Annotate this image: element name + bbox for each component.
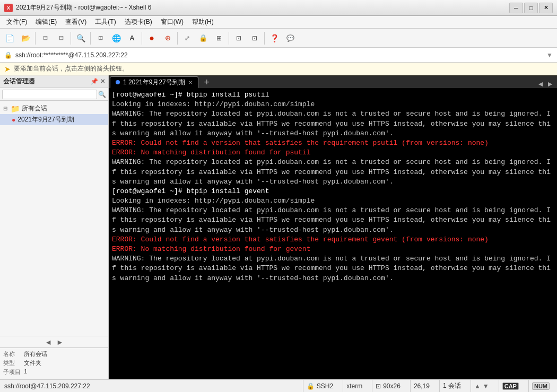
search-button[interactable]: 🔍 [73, 31, 88, 46]
hint-icon: ➤ [4, 65, 11, 73]
toolbar-btn-4[interactable]: ⊟ [54, 31, 68, 46]
size-icon: ⊡ [376, 382, 381, 390]
help-button[interactable]: ❓ [267, 31, 282, 46]
toolbar-separator-2 [71, 32, 71, 45]
session-search: 🔍 [0, 88, 108, 101]
window-controls: ─ □ ✕ [509, 3, 553, 13]
search-icon: 🔍 [98, 91, 106, 98]
scroll-down-button[interactable]: ▼ [483, 382, 489, 390]
ssh-icon: 🔒 [307, 382, 315, 390]
toolbar-separator-5 [177, 32, 178, 45]
info-row-name: 名称 所有会话 [3, 350, 105, 358]
tab-prev-button[interactable]: ◄ [537, 80, 544, 88]
cursor-position-text: 26,19 [414, 382, 430, 390]
status-connection: ssh://root@47.115.209.227:22 [4, 382, 297, 390]
session-panel: 会话管理器 📌 ✕ 🔍 ⊟ 📁 所有会话 ● 2021年9月27号到期 ◄ ► [0, 75, 109, 379]
menu-file[interactable]: 文件(F) [2, 16, 31, 28]
status-num: NUM [528, 380, 553, 392]
status-sessions: 1 会话 [439, 380, 464, 392]
toolbar-btn-key[interactable]: ⊡ [231, 31, 246, 46]
menu-view[interactable]: 查看(V) [61, 16, 91, 28]
status-cursor: 26,19 [410, 380, 433, 392]
status-size: ⊡ 90x26 [372, 380, 404, 392]
main-area: 会话管理器 📌 ✕ 🔍 ⊟ 📁 所有会话 ● 2021年9月27号到期 ◄ ► [0, 75, 557, 379]
toolbar-btn-red1[interactable]: ● [144, 31, 159, 46]
terminal-line: Looking in indexes: http://pypi.douban.c… [112, 196, 554, 206]
terminal-type-text: xterm [346, 382, 362, 390]
minimize-button[interactable]: ─ [509, 3, 523, 13]
toolbar-separator [35, 32, 36, 45]
close-button[interactable]: ✕ [539, 3, 553, 13]
tab-next-button[interactable]: ► [546, 80, 554, 88]
maximize-button[interactable]: □ [524, 3, 538, 13]
toolbar-btn-6[interactable]: ⊡ [93, 31, 108, 46]
tab-dot [116, 80, 120, 84]
toolbar-btn-expand[interactable]: ⤢ [180, 31, 195, 46]
tab-close-button[interactable]: ✕ [188, 80, 193, 85]
name-value: 所有会话 [24, 350, 47, 358]
tree-item-all-sessions[interactable]: ⊟ 📁 所有会话 [0, 103, 108, 114]
toolbar-separator-6 [229, 32, 229, 45]
status-cap: CAP [499, 380, 522, 392]
open-button[interactable]: 📂 [18, 31, 33, 46]
status-bar: ssh://root@47.115.209.227:22 🔒 SSH2 xter… [0, 379, 557, 392]
session-name: 2021年9月27号到期 [18, 115, 74, 124]
terminal-line: ERROR: Could not find a version that sat… [112, 235, 554, 245]
menu-edit[interactable]: 编辑(E) [31, 16, 61, 28]
protocol-text: SSH2 [317, 382, 333, 390]
tab-1[interactable]: 1 2021年9月27号到期 ✕ [110, 76, 198, 88]
add-tab-button[interactable]: + [201, 76, 213, 88]
info-row-type: 类型 文件夹 [3, 359, 105, 367]
terminal-line: WARNING: The repository located at pypi.… [112, 158, 554, 187]
panel-close-button[interactable]: ✕ [100, 78, 105, 85]
session-icon: ● [12, 116, 15, 124]
connection-text: ssh://root@47.115.209.227:22 [4, 382, 90, 390]
menu-tabs[interactable]: 选项卡(B) [120, 16, 156, 28]
terminal-line: ERROR: No matching distribution found fo… [112, 148, 554, 158]
terminal-line: WARNING: The repository located at pypi.… [112, 206, 554, 235]
terminal[interactable]: [root@wgaofei ~]# btpip install psutil L… [109, 88, 557, 379]
nav-right[interactable]: ► [56, 338, 64, 346]
new-session-button[interactable]: 📄 [2, 31, 17, 46]
cap-lock-indicator: CAP [502, 382, 519, 390]
tab-nav-buttons: ◄ ► [537, 80, 556, 88]
num-lock-indicator: NUM [532, 382, 550, 390]
menu-tools[interactable]: 工具(T) [91, 16, 120, 28]
tab-bar: 1 2021年9月27号到期 ✕ + ◄ ► [109, 75, 557, 88]
nav-left[interactable]: ◄ [45, 338, 52, 346]
toolbar-btn-red2[interactable]: ⊕ [160, 31, 175, 46]
globe-button[interactable]: 🌐 [109, 31, 124, 46]
session-search-input[interactable] [2, 90, 97, 99]
pin-button[interactable]: 📌 [91, 78, 98, 85]
font-button[interactable]: A [125, 31, 140, 46]
tree-item-session[interactable]: ● 2021年9月27号到期 [0, 114, 108, 125]
terminal-line: ERROR: Could not find a version that sat… [112, 138, 554, 148]
toolbar-btn-grid[interactable]: ⊞ [212, 31, 227, 46]
terminal-line: ERROR: No matching distribution found fo… [112, 245, 554, 254]
name-label: 名称 [3, 350, 22, 358]
menu-help[interactable]: 帮助(H) [188, 16, 218, 28]
toolbar: 📄 📂 ⊟ ⊟ 🔍 ⊡ 🌐 A ● ⊕ ⤢ 🔒 ⊞ ⊡ ⊡ ❓ 💬 [0, 29, 557, 48]
window-title: 2021年9月27号到期 - root@wgaofei:~ - Xshell 6 [16, 3, 509, 12]
session-tree: ⊟ 📁 所有会话 ● 2021年9月27号到期 [0, 101, 108, 336]
toolbar-btn-snap[interactable]: ⊡ [247, 31, 262, 46]
toolbar-separator-3 [90, 32, 91, 45]
address-text: ssh://root:**********@47.115.209.227:22 [15, 51, 543, 59]
toolbar-separator-4 [142, 32, 142, 45]
address-dropdown[interactable]: ▼ [546, 51, 553, 59]
status-terminal: xterm [343, 380, 365, 392]
menu-bar: 文件(F) 编辑(E) 查看(V) 工具(T) 选项卡(B) 窗口(W) 帮助(… [0, 16, 557, 29]
all-sessions-label: 所有会话 [22, 104, 47, 113]
session-panel-title: 会话管理器 [3, 77, 35, 86]
terminal-line: [root@wgaofei ~]# btpip install psutil [112, 90, 554, 100]
status-protocol: 🔒 SSH2 [303, 380, 336, 392]
scroll-up-button[interactable]: ▲ [474, 382, 481, 390]
terminal-line: [root@wgaofei ~]# btpip install gevent [112, 187, 554, 196]
tab-area: 1 2021年9月27号到期 ✕ + ◄ ► [root@wgaofei ~]#… [109, 75, 557, 379]
session-nav: ◄ ► [0, 336, 108, 347]
toolbar-btn-3[interactable]: ⊟ [38, 31, 53, 46]
toolbar-btn-lock[interactable]: 🔒 [196, 31, 211, 46]
menu-window[interactable]: 窗口(W) [156, 16, 188, 28]
child-label: 子项目 [3, 368, 22, 376]
toolbar-btn-last[interactable]: 💬 [283, 31, 298, 46]
